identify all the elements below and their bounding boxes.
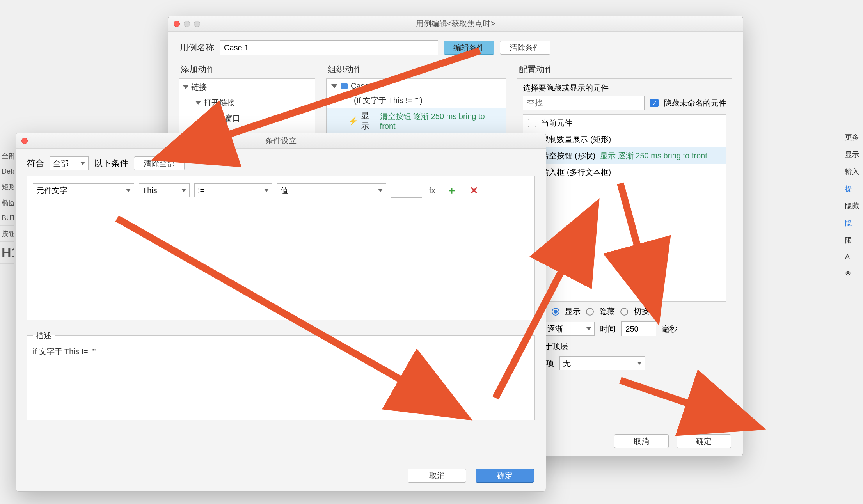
match-mode-select[interactable]: 全部 (50, 156, 89, 170)
widget-row-selected[interactable]: ✓ 清空按钮 (形状) 显示 逐渐 250 ms bring to front (523, 147, 726, 164)
add-row-icon[interactable]: ＋ (442, 183, 461, 198)
time-label: 时间 (600, 324, 616, 334)
description-fieldset: 描述 if 文字于 This != "" (27, 330, 535, 420)
value-type-select[interactable]: 值 (277, 183, 386, 197)
ms-label: 毫秒 (662, 324, 677, 334)
condition-row: 元件文字 This != 值 fx ＋ ✕ (33, 182, 529, 199)
chevron-down-icon[interactable] (183, 85, 189, 89)
chevron-down-icon (637, 362, 642, 365)
animation-select[interactable]: 逐渐 (544, 322, 595, 336)
case-cancel-button[interactable]: 取消 (614, 434, 669, 448)
fx-button[interactable]: fx (427, 186, 438, 195)
chevron-down-icon[interactable] (331, 84, 337, 88)
match-label-1: 符合 (27, 158, 44, 169)
hide-unnamed-label: 隐藏未命名的元件 (664, 98, 726, 108)
hide-unnamed-checkbox[interactable]: ✓ (650, 99, 659, 107)
delete-row-icon[interactable]: ✕ (466, 185, 482, 197)
case-action-row[interactable]: ⚡ 显示 清空按钮 逐渐 250 ms bring to front (327, 108, 506, 134)
field-select[interactable]: 元件文字 (33, 183, 134, 197)
select-widgets-label: 选择要隐藏或显示的元件 (523, 83, 726, 93)
case-name-input[interactable] (220, 40, 438, 55)
left-sidebar-fragment: 全部Defa矩形 椭圆BUTTON按钮 H1 (0, 148, 14, 264)
case-name-label: 用例名称 (180, 42, 214, 53)
cond-ok-button[interactable]: 确定 (476, 469, 534, 483)
case-icon (341, 83, 348, 89)
clear-condition-button[interactable]: 清除条件 (500, 41, 550, 55)
visibility-toggle-radio[interactable] (620, 308, 628, 316)
edit-condition-button[interactable]: 编辑条件 (444, 41, 494, 55)
tree-item-link[interactable]: 链接 (179, 79, 315, 95)
widget-row[interactable]: 输入框 (多行文本框) (523, 164, 726, 180)
tree-item-open-link[interactable]: 打开链接 (179, 95, 315, 110)
chevron-down-icon (181, 189, 186, 192)
titlebar[interactable]: 条件设立 (16, 133, 546, 149)
cond-cancel-button[interactable]: 取消 (408, 469, 466, 483)
titlebar[interactable]: 用例编辑<获取焦点时> (168, 16, 743, 32)
tree-item-current-window[interactable]: 当前窗口 (179, 110, 315, 126)
description-legend: 描述 (33, 330, 55, 341)
window-title: 条件设立 (16, 135, 546, 146)
configure-action-section: 配置动作 选择要隐藏或显示的元件 ✓ 隐藏未命名的元件 当前元件 限制数量展示 … (517, 60, 732, 379)
case-ok-button[interactable]: 确定 (677, 434, 731, 448)
configure-action-heading: 配置动作 (517, 60, 732, 79)
condition-builder-window: 条件设立 符合 全部 以下条件 清除全部 元件文字 This != 值 fx ＋ (16, 133, 546, 492)
condition-grid: 元件文字 This != 值 fx ＋ ✕ (27, 176, 535, 320)
target-select[interactable]: This (139, 183, 190, 197)
widget-row[interactable]: 当前元件 (523, 115, 726, 131)
value-input[interactable] (391, 183, 422, 198)
bolt-icon: ⚡ (348, 116, 358, 126)
checkbox-icon[interactable] (528, 119, 536, 127)
case-condition-line: (If 文字于 This != "") (327, 93, 506, 108)
operator-select[interactable]: != (194, 183, 272, 197)
chevron-down-icon (264, 189, 269, 192)
widget-row[interactable]: 限制数量展示 (矩形) (523, 131, 726, 147)
description-text: if 文字于 This != "" (33, 346, 529, 357)
chevron-down-icon (378, 189, 383, 192)
clear-all-button[interactable]: 清除全部 (134, 156, 185, 170)
time-input[interactable] (621, 321, 656, 336)
chevron-down-icon (80, 162, 85, 165)
visibility-hide-radio[interactable] (586, 308, 594, 316)
widget-list: 当前元件 限制数量展示 (矩形) ✓ 清空按钮 (形状) 显示 逐渐 250 m… (523, 114, 726, 302)
visibility-show-radio[interactable] (552, 308, 559, 316)
organize-action-heading: 组织动作 (326, 60, 506, 79)
case-tree-root[interactable]: Case 1 (327, 79, 506, 93)
chevron-down-icon[interactable] (195, 101, 201, 105)
window-title: 用例编辑<获取焦点时> (168, 18, 743, 29)
chevron-down-icon (126, 189, 131, 192)
more-options-select[interactable]: 无 (559, 356, 645, 370)
widget-search-input[interactable] (523, 96, 645, 110)
right-sidebar-fragment: 更多显示输入 提隐藏 隐限 A⊗ (843, 129, 863, 281)
add-action-heading: 添加动作 (179, 60, 315, 79)
match-label-2: 以下条件 (94, 158, 128, 169)
chevron-down-icon (586, 327, 591, 330)
